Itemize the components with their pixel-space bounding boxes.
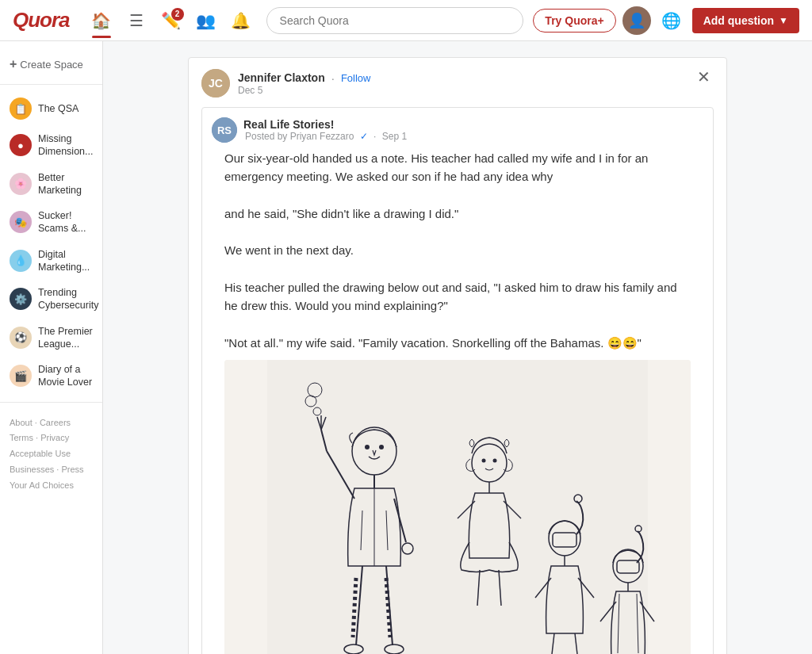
author-avatar-initials: JC [201, 69, 230, 98]
privacy-link[interactable]: Privacy [40, 433, 69, 442]
author-info: Jennifer Claxton · Follow Dec 5 [238, 71, 370, 96]
acceptable-use-link[interactable]: Acceptable Use [10, 449, 71, 458]
sidebar-label-trending-cybersecurity: Trending Cybersecurity [38, 286, 98, 312]
sidebar-item-sucker-scams[interactable]: 🎭 Sucker! Scams &... [0, 203, 102, 242]
page-layout: + Create Space 📋 The QSA ● Missing Dimen… [0, 41, 812, 654]
terms-link[interactable]: Terms [10, 433, 33, 442]
main-content: JC Jennifer Claxton · Follow Dec 5 ✕ [103, 41, 812, 654]
post-card: JC Jennifer Claxton · Follow Dec 5 ✕ [188, 57, 727, 654]
user-avatar-button[interactable]: 👤 [622, 6, 651, 35]
shared-avatar-icon: RS [212, 117, 237, 143]
post-content-body: Our six-year-old handed us a note. His t… [212, 149, 703, 654]
careers-link[interactable]: Careers [40, 418, 71, 427]
home-icon: 🏠 [91, 11, 111, 30]
search-input[interactable] [266, 7, 524, 34]
card-header: JC Jennifer Claxton · Follow Dec 5 ✕ [189, 58, 726, 98]
post-paragraph-2: and he said, "She didn't like a drawing … [224, 205, 691, 223]
post-paragraph-4: His teacher pulled the drawing below out… [224, 278, 691, 316]
sidebar-label-premier-league: The Premier League... [38, 325, 93, 351]
post-date: Dec 5 [238, 85, 370, 96]
sidebar-divider-1 [0, 84, 102, 85]
sidebar-footer: About · Careers Terms · Privacy Acceptab… [0, 409, 102, 500]
sidebar-item-better-marketing[interactable]: 🌸 Better Marketing [0, 165, 102, 204]
sidebar-divider-2 [0, 402, 102, 403]
better-marketing-icon: 🌸 [10, 173, 32, 195]
quora-logo: Quora [13, 8, 70, 33]
add-question-button[interactable]: Add question ▼ [692, 8, 799, 33]
sidebar-item-digital-marketing[interactable]: 💧 Digital Marketing... [0, 242, 102, 281]
caret-down-icon: ▼ [779, 15, 788, 26]
sidebar-label-missing-dimensions: Missing Dimension... [38, 132, 93, 159]
author-separator: · [331, 71, 335, 85]
svg-point-3 [379, 445, 384, 449]
author-name: Jennifer Claxton [238, 71, 325, 84]
author-avatar: JC [201, 69, 230, 98]
post-paragraph-1: Our six-year-old handed us a note. His t… [224, 149, 691, 186]
post-drawing-image [224, 360, 691, 654]
sidebar-label-digital-marketing: Digital Marketing... [38, 248, 93, 274]
shared-source-avatar: RS [212, 117, 237, 143]
nav-right-group: Try Quora+ 👤 🌐 Add question ▼ [533, 6, 799, 35]
spaces-nav-button[interactable]: 👥 [190, 5, 222, 36]
the-qsa-icon: 📋 [10, 98, 32, 120]
home-nav-button[interactable]: 🏠 [86, 5, 117, 36]
create-space-label: Create Space [20, 59, 83, 71]
premier-league-icon: ⚽ [10, 327, 32, 349]
add-question-label: Add question [703, 14, 774, 27]
shared-post-header: RS Real Life Stories! Posted by Priyan F… [212, 117, 703, 143]
press-link[interactable]: Press [61, 465, 83, 474]
plus-icon: + [10, 57, 17, 71]
language-button[interactable]: 🌐 [657, 6, 686, 35]
author-name-row: Jennifer Claxton · Follow [238, 71, 370, 85]
businesses-link[interactable]: Businesses [10, 465, 54, 474]
shared-meta-group: Real Life Stories! Posted by Priyan Fezz… [243, 118, 408, 142]
notification-badge: 2 [171, 8, 184, 21]
list-icon: ☰ [129, 11, 144, 30]
shared-meta-separator: · [373, 131, 376, 142]
post-feed: JC Jennifer Claxton · Follow Dec 5 ✕ [188, 57, 727, 654]
sidebar-item-diary-movie-lover[interactable]: 🎬 Diary of a Movie Lover [0, 357, 102, 396]
shared-source-title: Real Life Stories! [243, 118, 408, 131]
sidebar-item-trending-cybersecurity[interactable]: ⚙️ Trending Cybersecurity [0, 280, 102, 319]
sidebar-label-the-qsa: The QSA [38, 102, 79, 115]
close-post-button[interactable]: ✕ [694, 67, 714, 86]
sidebar-item-premier-league[interactable]: ⚽ The Premier League... [0, 319, 102, 358]
shared-post-box: RS Real Life Stories! Posted by Priyan F… [201, 107, 714, 654]
globe-icon: 🌐 [661, 12, 681, 29]
sidebar: + Create Space 📋 The QSA ● Missing Dimen… [0, 41, 103, 654]
svg-point-2 [365, 445, 370, 449]
shared-post-meta: Posted by Priyan Fezzaro ✓ · Sep 1 [243, 131, 408, 142]
verified-icon: ✓ [360, 131, 368, 142]
create-space-button[interactable]: + Create Space [0, 51, 102, 78]
post-paragraph-5: "Not at all." my wife said. "Family vaca… [224, 334, 691, 352]
sucker-scams-icon: 🎭 [10, 211, 32, 233]
post-author: JC Jennifer Claxton · Follow Dec 5 [201, 69, 370, 98]
following-nav-button[interactable]: ☰ [121, 5, 152, 36]
user-avatar-icon: 👤 [628, 12, 645, 29]
diary-movie-lover-icon: 🎬 [10, 365, 32, 387]
follow-button[interactable]: Follow [341, 72, 371, 84]
sidebar-item-missing-dimensions[interactable]: ● Missing Dimension... [0, 126, 102, 165]
ad-choices-link[interactable]: Your Ad Choices [10, 480, 74, 490]
top-navigation: Quora 🏠 ☰ ✏️ 2 👥 🔔 Try Quora+ 👤 🌐 Add qu… [0, 0, 812, 41]
try-quora-plus-button[interactable]: Try Quora+ [533, 9, 615, 33]
digital-marketing-icon: 💧 [10, 250, 32, 272]
missing-dimensions-icon: ● [10, 134, 32, 156]
people-icon: 👥 [196, 11, 216, 30]
notifications-nav-button[interactable]: 🔔 [225, 5, 257, 36]
nav-icon-group: 🏠 ☰ ✏️ 2 👥 🔔 [86, 5, 257, 36]
svg-point-25 [482, 458, 486, 462]
shared-posted-by: Posted by Priyan Fezzaro [245, 131, 354, 142]
sidebar-label-diary-movie-lover: Diary of a Movie Lover [38, 363, 93, 389]
sidebar-item-the-qsa[interactable]: 📋 The QSA [0, 91, 102, 126]
bell-icon: 🔔 [231, 11, 251, 30]
trending-cybersecurity-icon: ⚙️ [10, 288, 32, 310]
about-link[interactable]: About [10, 418, 33, 427]
svg-rect-0 [267, 360, 648, 654]
svg-point-26 [493, 458, 497, 462]
post-paragraph-3: We went in the next day. [224, 241, 691, 259]
sidebar-label-better-marketing: Better Marketing [38, 171, 93, 197]
shared-post-date: Sep 1 [382, 131, 407, 142]
sidebar-label-sucker-scams: Sucker! Scams &... [38, 209, 93, 235]
create-nav-button[interactable]: ✏️ 2 [155, 5, 187, 36]
